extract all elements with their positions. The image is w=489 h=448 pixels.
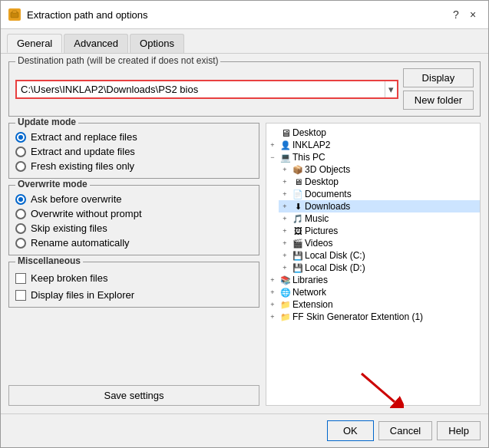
expander-network: + <box>266 288 279 296</box>
tab-bar: General Advanced Options <box>1 29 488 53</box>
icon-pictures: 🖼 <box>291 226 305 236</box>
radio-overwrite-without-prompt[interactable]: Overwrite without prompt <box>15 208 253 219</box>
radio-label-2: Extract and update files <box>31 146 135 157</box>
icon-downloads: ⬇ <box>291 201 305 212</box>
tree-item-pictures[interactable]: + 🖼 Pictures <box>279 225 480 237</box>
dest-buttons: Display New folder <box>403 68 474 110</box>
dest-group: Destination path (will be created if doe… <box>8 61 481 117</box>
expander-3dobjects: + <box>279 166 291 173</box>
dest-dropdown-button[interactable]: ▾ <box>385 81 397 97</box>
misc-label: Miscellaneous <box>15 255 83 266</box>
app-icon <box>8 8 21 21</box>
close-button[interactable]: × <box>465 7 481 22</box>
radio-overwrite-circle-3 <box>15 223 26 234</box>
radio-rename-auto[interactable]: Rename automatically <box>15 237 253 249</box>
checkbox-box-1 <box>15 273 26 284</box>
tree-item-music[interactable]: + 🎵 Music <box>279 212 480 225</box>
tree-item-libraries[interactable]: + 📚 Libraries <box>266 274 480 286</box>
icon-libraries: 📚 <box>279 275 292 285</box>
icon-thispc: 💻 <box>279 152 292 163</box>
overwrite-mode-options: Ask before overwrite Overwrite without p… <box>15 193 253 249</box>
tree-item-thispc[interactable]: − 💻 This PC <box>266 151 480 163</box>
checkbox-display-files[interactable]: Display files in Explorer <box>15 289 253 301</box>
help-bottom-button[interactable]: Help <box>437 421 481 440</box>
display-button[interactable]: Display <box>403 68 474 87</box>
ok-button[interactable]: OK <box>327 420 374 441</box>
tree-label-downloads: Downloads <box>305 201 350 212</box>
new-folder-button[interactable]: New folder <box>403 91 474 110</box>
tree-item-network[interactable]: + 🌐 Network <box>266 286 480 298</box>
tree-label-localc: Local Disk (C:) <box>305 250 365 261</box>
update-mode-label: Update mode <box>15 117 78 127</box>
tree-label-desktop: Desktop <box>292 127 326 138</box>
save-settings-button[interactable]: Save settings <box>8 385 259 406</box>
radio-fresh-existing[interactable]: Fresh existing files only <box>15 160 253 172</box>
expander-inklap2: + <box>266 141 279 149</box>
dest-group-label: Destination path (will be created if doe… <box>15 55 220 66</box>
radio-overwrite-circle-1 <box>15 194 26 205</box>
radio-extract-update[interactable]: Extract and update files <box>15 146 253 157</box>
icon-network: 🌐 <box>279 287 292 298</box>
radio-label-3: Fresh existing files only <box>31 160 134 172</box>
overwrite-mode-group: Overwrite mode Ask before overwrite Over… <box>8 185 259 255</box>
checkbox-keep-broken[interactable]: Keep broken files <box>15 272 253 284</box>
radio-ask-overwrite[interactable]: Ask before overwrite <box>15 193 253 205</box>
icon-videos: 🎬 <box>291 238 305 249</box>
tree-item-3dobjects[interactable]: + 📦 3D Objects <box>279 163 480 176</box>
radio-skip-existing[interactable]: Skip existing files <box>15 222 253 234</box>
radio-circle-1 <box>15 132 26 143</box>
expander-locald: + <box>279 264 291 272</box>
tree-label-documents: Documents <box>305 189 352 199</box>
misc-group: Miscellaneous Keep broken files Display … <box>8 262 259 308</box>
tree-item-extension[interactable]: + 📁 Extension <box>266 298 480 311</box>
expander-desktop2: + <box>279 178 291 186</box>
tree-item-inklap2[interactable]: + 👤 INKLAP2 <box>266 139 480 151</box>
tree-item-videos[interactable]: + 🎬 Videos <box>279 237 480 249</box>
icon-ffskin: 📁 <box>279 311 292 322</box>
radio-extract-replace[interactable]: Extract and replace files <box>15 131 253 143</box>
dialog-title: Extraction path and options <box>27 9 442 21</box>
tree-label-extension: Extension <box>292 299 333 310</box>
tree-label-ffskin: FF Skin Generator Extention (1) <box>292 311 423 322</box>
cancel-button[interactable]: Cancel <box>378 421 432 440</box>
tab-options[interactable]: Options <box>130 34 184 53</box>
svg-rect-1 <box>12 11 17 13</box>
checkbox-label-2: Display files in Explorer <box>31 289 134 301</box>
expander-thispc: − <box>266 153 279 161</box>
tree-item-localc[interactable]: + 💾 Local Disk (C:) <box>279 249 480 262</box>
tree-item-documents[interactable]: + 📄 Documents <box>279 188 480 200</box>
tab-advanced[interactable]: Advanced <box>64 34 128 53</box>
radio-circle-3 <box>15 161 26 172</box>
radio-overwrite-label-2: Overwrite without prompt <box>31 208 142 219</box>
tab-general[interactable]: General <box>7 34 62 53</box>
expander-extension: + <box>266 301 279 308</box>
help-button[interactable]: ? <box>448 7 464 22</box>
tree-item-ffskin[interactable]: + 📁 FF Skin Generator Extention (1) <box>266 311 480 323</box>
checkbox-label-1: Keep broken files <box>31 272 107 284</box>
tree-label-locald: Local Disk (D:) <box>305 262 365 273</box>
radio-overwrite-circle-4 <box>15 238 26 249</box>
radio-overwrite-circle-2 <box>15 209 26 219</box>
radio-overwrite-label-1: Ask before overwrite <box>31 193 122 205</box>
expander-music: + <box>279 215 291 222</box>
tree-item-locald[interactable]: + 💾 Local Disk (D:) <box>279 262 480 274</box>
expander-videos: + <box>279 239 291 247</box>
dest-row: ▾ Display New folder <box>15 68 474 110</box>
tree-item-desktop[interactable]: 🖥 Desktop <box>266 127 480 139</box>
dest-path-input[interactable] <box>17 81 385 97</box>
folder-tree[interactable]: 🖥 Desktop + 👤 INKLAP2 − 💻 This PC <box>266 123 481 406</box>
icon-extension: 📁 <box>279 299 292 310</box>
icon-locald: 💾 <box>291 262 305 273</box>
tree-item-desktop2[interactable]: + 🖥 Desktop <box>279 176 480 188</box>
expander-pictures: + <box>279 227 291 235</box>
right-panel: 🖥 Desktop + 👤 INKLAP2 − 💻 This PC <box>266 123 481 406</box>
icon-music: 🎵 <box>291 213 305 224</box>
title-controls: ? × <box>448 7 481 22</box>
tree-item-downloads[interactable]: + ⬇ Downloads <box>279 200 480 212</box>
tree-label-videos: Videos <box>305 238 332 249</box>
expander-documents: + <box>279 190 291 198</box>
dest-input-wrap: ▾ <box>15 80 398 99</box>
dialog-window: Extraction path and options ? × General … <box>0 0 489 448</box>
tree-label-inklap2: INKLAP2 <box>292 140 330 150</box>
radio-label-1: Extract and replace files <box>31 131 137 143</box>
